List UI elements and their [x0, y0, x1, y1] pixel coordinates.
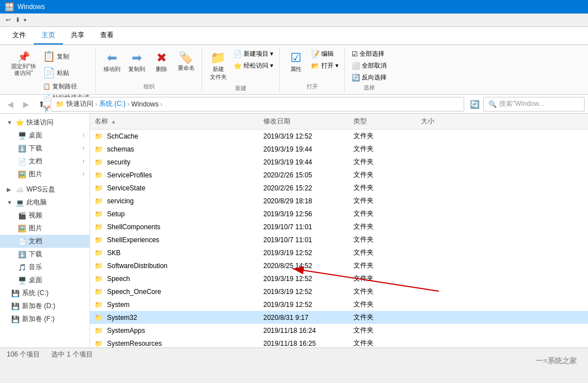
sidebar-item-videos[interactable]: 🎬 视频: [0, 209, 89, 222]
file-size-cell: [416, 213, 461, 215]
file-type-cell: 文件夹: [349, 286, 416, 297]
refresh-button[interactable]: 🔄: [468, 97, 481, 111]
col-header-date[interactable]: 修改日期: [259, 115, 349, 127]
rename-button[interactable]: 🏷️ 重命名: [174, 48, 198, 74]
folder-icon: 📁: [95, 145, 103, 153]
tab-share[interactable]: 共享: [63, 27, 92, 44]
file-name-cell: 📁 Speech_OneCore: [90, 287, 259, 297]
file-name-cell: 📁 SKB: [90, 248, 259, 258]
table-row[interactable]: 📁 System32 2020/8/31 9:17 文件夹: [90, 311, 588, 324]
easy-access-button[interactable]: ⭐ 经松访问 ▾: [231, 60, 276, 71]
table-row[interactable]: 📁 ShellComponents 2019/10/7 11:01 文件夹: [90, 220, 588, 233]
file-date-cell: 2020/2/26 15:05: [259, 170, 349, 180]
file-type-cell: 文件夹: [349, 221, 416, 233]
file-date-cell: 2019/10/7 11:01: [259, 235, 349, 245]
back-button[interactable]: ◀: [3, 97, 17, 111]
file-name-text: System: [107, 301, 129, 309]
address-bar[interactable]: 📁 快速访问 › 系统 (C:) › Windows ›: [51, 97, 464, 112]
table-row[interactable]: 📁 System 2019/3/19 12:52 文件夹: [90, 298, 588, 311]
sidebar-item-volume-d[interactable]: 💾 新加卷 (D:): [0, 300, 89, 313]
sidebar-item-music[interactable]: 🎵 音乐: [0, 261, 89, 274]
sidebar-item-wps[interactable]: ▶ ☁️ WPS云盘: [0, 183, 89, 196]
copy-path-button[interactable]: 📋 复制路径: [41, 81, 92, 92]
table-row[interactable]: 📁 Speech_OneCore 2019/3/19 12:52 文件夹: [90, 285, 588, 298]
breadcrumb-this-pc[interactable]: 快速访问: [66, 99, 93, 109]
select-none-button[interactable]: ⬜全部取消: [349, 60, 389, 71]
file-size-cell: [416, 239, 461, 241]
table-row[interactable]: 📁 SystemResources 2019/11/18 16:25 文件夹: [90, 337, 588, 348]
file-name-text: servicing: [107, 197, 133, 205]
paste-button[interactable]: 📄 粘贴: [41, 65, 92, 81]
tab-view[interactable]: 查看: [92, 27, 122, 44]
forward-button[interactable]: ▶: [19, 97, 33, 111]
col-header-name[interactable]: 名称 ▲: [90, 115, 259, 127]
table-row[interactable]: 📁 SoftwareDistribution 2020/8/25 14:52 文…: [90, 259, 588, 272]
sidebar-item-desktop2[interactable]: 🖥️ 桌面: [0, 274, 89, 287]
file-name-cell: 📁 ServiceState: [90, 183, 259, 193]
new-folder-button[interactable]: 📁 新建文件夹: [207, 48, 230, 83]
drive-f-icon: 💾: [11, 315, 20, 323]
qat-more-btn[interactable]: ▾: [23, 16, 28, 24]
copy-to-button[interactable]: ➡ 复制到: [125, 48, 149, 75]
col-header-type[interactable]: 类型: [349, 115, 416, 127]
breadcrumb-windows[interactable]: Windows: [131, 100, 159, 108]
table-row[interactable]: 📁 ShellExperiences 2019/10/7 11:01 文件夹: [90, 233, 588, 246]
file-list-area[interactable]: 名称 ▲ 修改日期 类型 大小 📁 SchCache 2019/3/19 12:…: [90, 114, 588, 348]
file-date-cell: 2019/11/18 16:25: [259, 339, 349, 348]
file-name-cell: 📁 Setup: [90, 209, 259, 219]
file-type-cell: 文件夹: [349, 324, 416, 336]
invert-selection-button[interactable]: 🔄反向选择: [349, 72, 389, 83]
sidebar-item-desktop[interactable]: 🖥️ 桌面 ↑: [0, 129, 89, 142]
move-to-button[interactable]: ⬅ 移动到: [100, 48, 124, 75]
table-row[interactable]: 📁 Setup 2019/3/19 12:56 文件夹: [90, 207, 588, 220]
file-date-cell: 2020/8/29 18:18: [259, 196, 349, 206]
breadcrumb-c-drive[interactable]: 系统 (C:): [99, 99, 125, 109]
pin-button[interactable]: 📌 固定到"快速访问": [8, 48, 39, 79]
sidebar-item-documents2[interactable]: 📄 文档: [0, 235, 89, 248]
table-row[interactable]: 📁 security 2019/3/19 19:44 文件夹: [90, 155, 588, 168]
sidebar-item-pictures2[interactable]: 🖼️ 图片: [0, 222, 89, 235]
table-row[interactable]: 📁 SchCache 2019/3/19 12:52 文件夹: [90, 130, 588, 142]
delete-button[interactable]: ✖ 删除: [150, 48, 173, 75]
table-row[interactable]: 📁 ServiceState 2020/2/26 15:22 文件夹: [90, 181, 588, 194]
sidebar-item-system-c[interactable]: 💾 系统 (C:): [0, 287, 89, 300]
open-label: 打开: [307, 82, 318, 91]
copy-button[interactable]: 📋 复制: [41, 48, 92, 64]
new-item-button[interactable]: 📄 新建项目 ▾: [231, 48, 276, 59]
up-button[interactable]: ⬆: [35, 97, 48, 111]
sidebar-item-quick-access[interactable]: ▼ ⭐ 快速访问: [0, 116, 89, 129]
table-row[interactable]: 📁 schemas 2019/3/19 19:44 文件夹: [90, 142, 588, 155]
folder-icon: 📁: [95, 288, 103, 296]
qat-back-btn[interactable]: ↩: [3, 15, 13, 25]
file-name-text: Speech: [107, 275, 130, 283]
open-button[interactable]: 📂 打开 ▾: [309, 60, 341, 71]
file-size-cell: [416, 265, 461, 267]
search-box[interactable]: 🔍 搜索"Window...: [483, 97, 585, 112]
sidebar-item-thispc[interactable]: ▼ 💻 此电脑: [0, 196, 89, 209]
properties-button[interactable]: ☑ 属性: [284, 48, 308, 75]
select-all-button[interactable]: ☑全部选择: [349, 48, 389, 59]
sidebar-videos-label: 视频: [29, 211, 85, 220]
sidebar-item-downloads[interactable]: ⬇️ 下载 ↑: [0, 142, 89, 155]
ribbon-group-new: 📁 新建文件夹 📄 新建项目 ▾ ⭐ 经松访问 ▾ 新建: [203, 47, 280, 92]
sidebar-item-volume-f[interactable]: 💾 新加卷 (F:): [0, 313, 89, 326]
file-name-text: SKB: [107, 249, 120, 257]
table-row[interactable]: 📁 ServiceProfiles 2020/2/26 15:05 文件夹: [90, 168, 588, 181]
file-name-cell: 📁 System32: [90, 313, 259, 323]
tab-file[interactable]: 文件: [5, 27, 34, 44]
table-row[interactable]: 📁 SKB 2019/3/19 12:52 文件夹: [90, 246, 588, 259]
sidebar-documents-label: 文档: [29, 157, 80, 166]
sidebar-item-documents[interactable]: 📄 文档 ↑: [0, 155, 89, 168]
table-row[interactable]: 📁 servicing 2020/8/29 18:18 文件夹: [90, 194, 588, 207]
table-row[interactable]: 📁 Speech 2019/3/19 12:52 文件夹: [90, 272, 588, 285]
qat-dropdown-btn[interactable]: ⬇: [14, 15, 21, 25]
col-header-size[interactable]: 大小: [416, 115, 461, 127]
file-name-cell: 📁 Speech: [90, 274, 259, 284]
select-buttons: ☑全部选择 ⬜全部取消 🔄反向选择: [349, 48, 389, 83]
sidebar-item-pictures[interactable]: 🖼️ 图片 ↑: [0, 168, 89, 181]
tab-home[interactable]: 主页: [34, 27, 63, 44]
sidebar-item-downloads2[interactable]: ⬇️ 下载: [0, 248, 89, 261]
table-row[interactable]: 📁 SystemApps 2019/11/18 16:24 文件夹: [90, 324, 588, 337]
edit-button[interactable]: 📝 编辑: [309, 48, 341, 59]
folder-icon: 📁: [95, 236, 103, 244]
